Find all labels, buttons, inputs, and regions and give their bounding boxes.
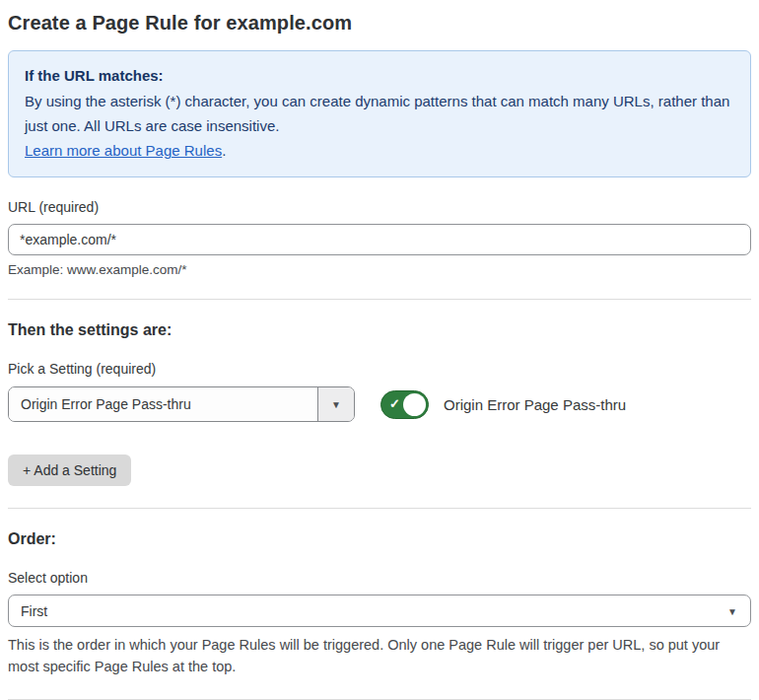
check-icon: ✓	[389, 396, 400, 411]
select-option-label: Select option	[8, 570, 751, 586]
info-box-heading: If the URL matches:	[25, 63, 734, 88]
url-field-label: URL (required)	[8, 199, 751, 215]
divider	[8, 299, 751, 300]
setting-select[interactable]: Origin Error Page Pass-thru ▼	[8, 386, 355, 422]
setting-select-arrow-button[interactable]: ▼	[317, 387, 354, 421]
setting-picker-row: Origin Error Page Pass-thru ▼ ✓ Origin E…	[8, 386, 751, 422]
pick-setting-label: Pick a Setting (required)	[8, 361, 751, 377]
settings-section-heading: Then the settings are:	[8, 321, 751, 339]
info-box-body: By using the asterisk (*) character, you…	[25, 89, 734, 138]
info-box-link-line: Learn more about Page Rules.	[25, 138, 734, 163]
order-select[interactable]: First ▼	[8, 595, 751, 627]
url-example-helper: Example: www.example.com/*	[8, 262, 751, 277]
url-match-info-box: If the URL matches: By using the asteris…	[8, 50, 751, 177]
order-helper-text: This is the order in which your Page Rul…	[8, 634, 751, 677]
order-section-heading: Order:	[8, 530, 751, 548]
setting-toggle-label: Origin Error Page Pass-thru	[444, 396, 626, 413]
learn-more-link[interactable]: Learn more about Page Rules	[25, 142, 222, 159]
chevron-down-icon: ▼	[331, 399, 341, 410]
order-select-value: First	[21, 603, 47, 619]
divider	[8, 508, 751, 509]
add-setting-button[interactable]: + Add a Setting	[8, 455, 131, 486]
url-input[interactable]	[8, 224, 751, 255]
chevron-down-icon: ▼	[727, 605, 737, 616]
setting-select-value: Origin Error Page Pass-thru	[9, 387, 317, 421]
toggle-knob	[403, 393, 426, 416]
setting-toggle[interactable]: ✓	[380, 390, 429, 419]
link-suffix: .	[222, 142, 226, 159]
page-title: Create a Page Rule for example.com	[8, 12, 751, 35]
